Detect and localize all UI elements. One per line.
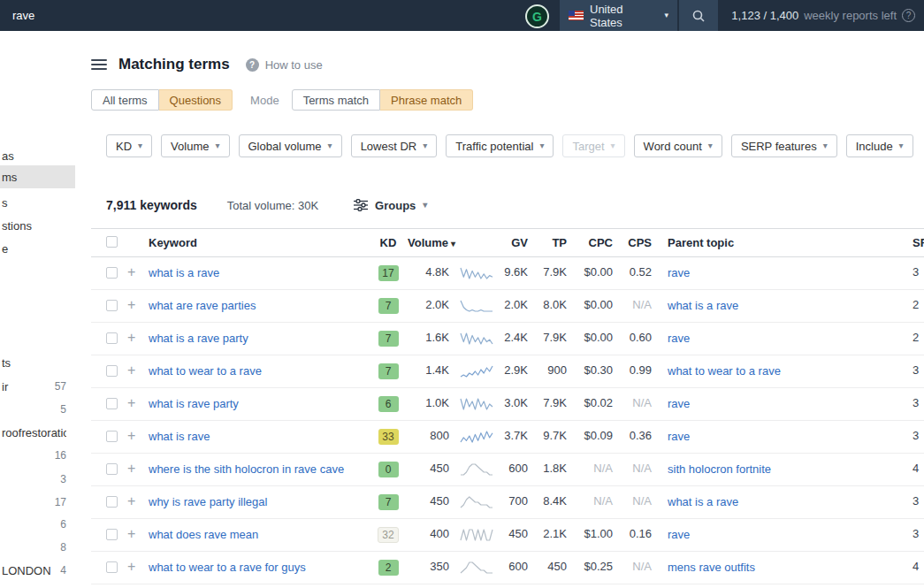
toggle-all-terms[interactable]: All terms xyxy=(91,89,159,111)
sidebar-item[interactable]: s xyxy=(0,193,75,212)
sidebar-item[interactable]: ir57 xyxy=(0,377,75,396)
expand-icon[interactable]: + xyxy=(127,560,149,574)
sidebar-item[interactable]: 8 xyxy=(0,538,75,557)
tp-value: 2.1K xyxy=(530,527,567,540)
sf-value: 4 xyxy=(876,462,924,475)
chevron-down-icon: ▾ xyxy=(138,141,142,150)
parent-topic-link[interactable]: rave xyxy=(668,397,690,410)
sidebar-item[interactable]: stions xyxy=(0,216,75,235)
expand-icon[interactable]: + xyxy=(127,429,149,443)
parent-topic-link[interactable]: mens rave outfits xyxy=(668,561,755,574)
row-checkbox[interactable] xyxy=(106,529,118,540)
filter-volume[interactable]: Volume▾ xyxy=(161,134,229,157)
row-checkbox[interactable] xyxy=(106,267,118,279)
keyword-link[interactable]: what is a rave party xyxy=(149,332,248,345)
row-checkbox[interactable] xyxy=(106,463,118,475)
help-icon[interactable]: ? xyxy=(902,9,915,22)
row-checkbox[interactable] xyxy=(106,496,118,508)
row-checkbox[interactable] xyxy=(106,365,118,377)
how-to-use-link[interactable]: ? How to use xyxy=(246,58,323,72)
gv-value: 3.7K xyxy=(501,429,530,442)
expand-icon[interactable]: + xyxy=(127,363,149,378)
search-query-input[interactable]: rave xyxy=(12,9,34,22)
trend-sparkline xyxy=(460,430,493,444)
sidebar-item-label: roofrestoration.c xyxy=(2,426,66,439)
expand-icon[interactable]: + xyxy=(127,265,149,279)
row-checkbox[interactable] xyxy=(106,300,118,311)
country-selector[interactable]: United States ▾ xyxy=(560,0,677,31)
filter-traffic-potential[interactable]: Traffic potential▾ xyxy=(446,134,554,157)
row-checkbox[interactable] xyxy=(106,398,118,409)
menu-icon[interactable] xyxy=(91,59,107,70)
search-button[interactable] xyxy=(679,0,718,31)
sidebar-item[interactable]: as xyxy=(0,146,75,165)
column-header-gv[interactable]: GV xyxy=(501,236,530,249)
parent-topic-link[interactable]: what to wear to a rave xyxy=(668,364,781,378)
row-checkbox[interactable] xyxy=(106,431,118,442)
toggle-questions[interactable]: Questions xyxy=(159,89,233,111)
toggle-phrase-match[interactable]: Phrase match xyxy=(380,89,473,111)
main-content: Matching terms ? How to use All termsQue… xyxy=(75,31,924,588)
expand-icon[interactable]: + xyxy=(127,527,149,541)
column-header-parent-topic[interactable]: Parent topic xyxy=(652,235,876,250)
parent-topic-link[interactable]: what is a rave xyxy=(668,299,738,312)
column-header-cps[interactable]: CPS xyxy=(615,236,652,249)
toggle-terms-match[interactable]: Terms match xyxy=(292,89,380,111)
keyword-link[interactable]: what is a rave xyxy=(149,266,219,279)
parent-topic-link[interactable]: sith holocron fortnite xyxy=(668,462,771,476)
sidebar-item[interactable]: 17 xyxy=(0,493,75,512)
sidebar-item[interactable]: 5 xyxy=(0,400,75,419)
parent-topic-link[interactable]: what is a rave xyxy=(668,495,738,508)
column-header-sf[interactable]: SF xyxy=(876,236,924,249)
expand-icon[interactable]: + xyxy=(127,494,149,508)
sidebar-item[interactable]: 16 xyxy=(0,584,75,588)
keyword-link[interactable]: where is the sith holocron in rave cave xyxy=(149,462,344,476)
column-header-volume[interactable]: Volume▾ xyxy=(408,236,452,249)
parent-topic-link[interactable]: rave xyxy=(668,430,690,443)
keyword-link[interactable]: what is rave party xyxy=(149,397,239,410)
parent-topic-link[interactable]: rave xyxy=(668,528,690,541)
sidebar-item[interactable]: LONDON4 xyxy=(0,561,75,580)
expand-icon[interactable]: + xyxy=(127,396,149,410)
column-header-cpc[interactable]: CPC xyxy=(567,236,615,249)
tp-value: 8.4K xyxy=(530,494,567,508)
row-checkbox[interactable] xyxy=(106,561,118,573)
sidebar-item[interactable]: ms xyxy=(0,165,75,188)
keyword-link[interactable]: what to wear to a rave xyxy=(149,364,262,378)
filter-serp-features[interactable]: SERP features▾ xyxy=(731,134,837,157)
keyword-link[interactable]: what to wear to a rave for guys xyxy=(149,561,306,574)
kd-badge: 2 xyxy=(378,560,399,576)
cps-value: 0.99 xyxy=(615,363,652,377)
parent-topic-link[interactable]: rave xyxy=(668,266,690,279)
sidebar-item[interactable]: roofrestoration.c xyxy=(0,423,75,442)
keyword-link[interactable]: what does rave mean xyxy=(149,528,258,541)
column-header-keyword[interactable]: Keyword xyxy=(149,235,369,250)
filter-lowest-dr[interactable]: Lowest DR▾ xyxy=(351,134,438,157)
sidebar-item[interactable]: 3 xyxy=(0,470,75,489)
sidebar-item-count: 16 xyxy=(55,449,66,462)
gv-value: 600 xyxy=(501,560,530,573)
keyword-link[interactable]: what are rave parties xyxy=(149,299,256,312)
filter-include[interactable]: Include▾ xyxy=(846,134,913,157)
expand-icon[interactable]: + xyxy=(127,298,149,312)
sidebar-item[interactable]: ts xyxy=(0,353,75,372)
filter-kd[interactable]: KD▾ xyxy=(106,134,152,157)
keyword-link[interactable]: why is rave party illegal xyxy=(149,495,267,508)
row-checkbox[interactable] xyxy=(106,332,118,344)
sidebar-item[interactable]: 6 xyxy=(0,515,75,534)
keyword-link[interactable]: what is rave xyxy=(149,430,210,443)
groups-button[interactable]: Groups ▾ xyxy=(354,199,427,212)
grammarly-icon[interactable]: G xyxy=(525,4,549,28)
filter-global-volume[interactable]: Global volume▾ xyxy=(239,134,342,157)
expand-icon[interactable]: + xyxy=(127,331,149,345)
gv-value: 600 xyxy=(501,462,530,475)
expand-icon[interactable]: + xyxy=(127,462,149,476)
parent-topic-link[interactable]: rave xyxy=(668,332,690,345)
filter-word-count[interactable]: Word count▾ xyxy=(634,134,722,157)
select-all-checkbox[interactable] xyxy=(106,236,118,248)
sidebar-item[interactable]: 16 xyxy=(0,446,75,465)
sidebar-item[interactable]: e xyxy=(0,239,75,258)
column-header-tp[interactable]: TP xyxy=(530,236,567,249)
filter-target[interactable]: Target▾ xyxy=(562,134,624,157)
column-header-kd[interactable]: KD xyxy=(369,236,408,249)
